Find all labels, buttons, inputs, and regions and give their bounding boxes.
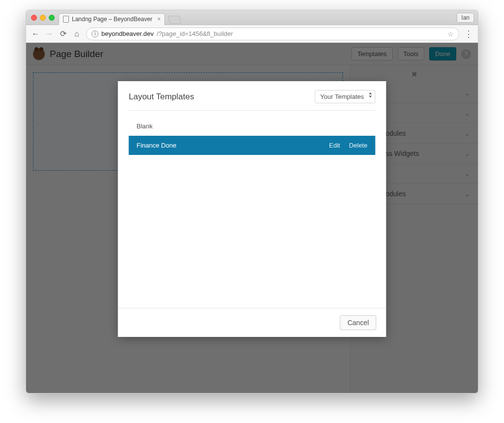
page-icon — [63, 16, 69, 23]
template-item-finance-done[interactable]: Finance Done Edit Delete — [129, 136, 376, 155]
modal-title: Layout Templates — [129, 92, 194, 102]
url-path: /?page_id=1456&fl_builder — [157, 30, 233, 37]
close-tab-icon[interactable]: × — [157, 16, 160, 23]
modal-header: Layout Templates Your Templates — [118, 81, 386, 110]
reload-button[interactable]: ⟳ — [59, 29, 67, 38]
content-area: Page Builder Templates Tools Done ? ✖ La… — [26, 43, 478, 393]
url-bar[interactable]: i beyondbeaver.dev/?page_id=1456&fl_buil… — [86, 28, 459, 40]
url-host: beyondbeaver.dev — [101, 30, 154, 37]
browser-tab[interactable]: Landng Page – BeyondBeaver × — [59, 13, 165, 25]
template-list: Blank Finance Done Edit Delete — [118, 110, 386, 308]
layout-templates-modal: Layout Templates Your Templates Blank Fi… — [118, 81, 386, 337]
browser-tabstrip: Landng Page – BeyondBeaver × Ian — [26, 10, 478, 25]
back-button[interactable]: ← — [31, 30, 40, 38]
forward-button: → — [45, 30, 54, 38]
tab-title: Landng Page – BeyondBeaver — [72, 16, 152, 23]
minimize-window-button[interactable] — [40, 15, 46, 21]
modal-footer: Cancel — [118, 308, 386, 337]
browser-toolbar: ← → ⟳ ⌂ i beyondbeaver.dev/?page_id=1456… — [26, 25, 478, 43]
template-item-label: Finance Done — [137, 142, 177, 149]
divider — [129, 110, 376, 111]
new-tab-button[interactable] — [168, 16, 182, 24]
template-item-blank[interactable]: Blank — [129, 117, 376, 136]
template-edit-link[interactable]: Edit — [329, 142, 340, 149]
browser-menu-icon[interactable]: ⋮ — [464, 29, 473, 39]
site-info-icon[interactable]: i — [92, 30, 98, 37]
maximize-window-button[interactable] — [49, 15, 55, 21]
window-controls — [31, 15, 55, 21]
home-button[interactable]: ⌂ — [72, 30, 81, 38]
browser-window: Landng Page – BeyondBeaver × Ian ← → ⟳ ⌂… — [26, 10, 478, 393]
bookmark-star-icon[interactable]: ☆ — [447, 30, 454, 38]
template-item-label: Blank — [137, 122, 153, 130]
template-delete-link[interactable]: Delete — [349, 142, 368, 149]
template-scope-select[interactable]: Your Templates — [315, 90, 376, 103]
browser-profile-chip[interactable]: Ian — [457, 13, 474, 23]
cancel-button[interactable]: Cancel — [340, 315, 377, 330]
close-window-button[interactable] — [31, 15, 37, 21]
